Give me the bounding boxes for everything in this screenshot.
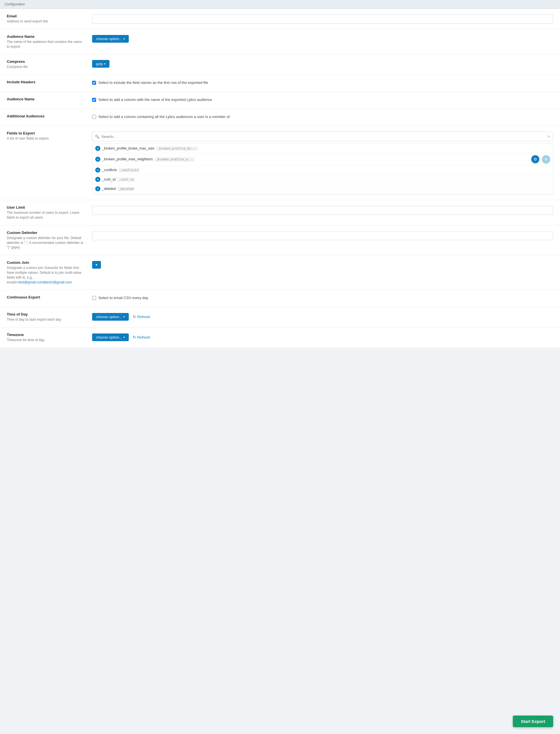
row-timezone: Timezone Timezone for time of day. choos… <box>0 327 560 348</box>
time-of-day-refresh-label: Refresh <box>137 315 150 319</box>
custom-join-dropdown[interactable]: ▾ <box>92 261 101 269</box>
control-additional-audiences: Select to add a column containing all th… <box>92 114 553 119</box>
include-headers-checkbox[interactable] <box>92 81 96 85</box>
label-time-of-day: Time of Day Time of day to start export … <box>7 312 92 322</box>
include-headers-checkbox-label[interactable]: Select to include the field names as the… <box>92 80 208 85</box>
search-input-wrapper: 🔍 ✕ <box>92 132 553 141</box>
control-include-headers: Select to include the field names as the… <box>92 80 553 85</box>
field-add-icon-0[interactable]: + <box>95 146 100 151</box>
user-limit-input[interactable] <box>92 206 553 215</box>
field-key-1: _broken_profile_p... <box>155 157 194 161</box>
field-item-0[interactable]: + _broken_profile_broke_max_size _broken… <box>92 144 553 153</box>
control-compress: gzip ▾ <box>92 59 553 68</box>
additional-audiences-text: Select to add a column containing all th… <box>98 115 230 119</box>
continuous-export-checkbox-label[interactable]: Select to email CSV every day <box>92 296 148 300</box>
label-title-audience-name: Audience Name <box>7 34 85 39</box>
compress-dropdown-label: gzip <box>96 62 103 66</box>
field-item-3[interactable]: + _cust_sz _cust_sz <box>92 175 553 184</box>
custom-join-link[interactable]: test@gmail.com&test2@gmail.com <box>19 280 72 284</box>
timezone-refresh-button[interactable]: ↻ Refresh <box>132 333 152 341</box>
label-desc-time-of-day: Time of day to start export each day <box>7 317 85 322</box>
control-custom-delimiter <box>92 231 553 240</box>
label-desc-fields-to-export: A list of user fields to export. <box>7 136 85 141</box>
time-of-day-dropdown[interactable]: choose option... ▾ <box>92 313 129 321</box>
field-item-5[interactable]: + _internal_sz _internal_sz <box>92 194 553 195</box>
include-headers-text: Select to include the field names as the… <box>98 80 208 85</box>
additional-audiences-checkbox-label[interactable]: Select to add a column containing all th… <box>92 115 230 119</box>
timezone-dropdown[interactable]: choose option... ▾ <box>92 333 129 341</box>
control-email <box>92 14 553 24</box>
field-item-2[interactable]: + _conflicts _conflicts <box>92 165 553 175</box>
chevron-down-icon: ▾ <box>123 336 125 339</box>
field-item-1[interactable]: + _broken_profile_max_neighbors _broken_… <box>92 153 553 165</box>
config-container: Email Address to send export link Audien… <box>0 9 560 348</box>
custom-delimiter-input[interactable] <box>92 231 553 240</box>
compress-dropdown[interactable]: gzip ▾ <box>92 60 109 68</box>
time-of-day-dropdown-label: choose option... <box>96 315 122 319</box>
row-additional-audiences: Additional Audiences Select to add a col… <box>0 109 560 126</box>
fields-list[interactable]: + _broken_profile_broke_max_size _broken… <box>92 144 553 195</box>
label-user-limit: User Limit The maximum number of users t… <box>7 205 92 220</box>
field-add-icon-4[interactable]: + <box>95 186 100 191</box>
row-audience-name: Audience Name The name of the audience t… <box>0 29 560 55</box>
fields-area: 🔍 ✕ + _broken_profile_broke_max_size _br… <box>92 132 553 195</box>
time-of-day-refresh-button[interactable]: ↻ Refresh <box>132 313 152 321</box>
label-custom-delimiter: Custom Delimiter Designate a custom deli… <box>7 231 92 250</box>
field-name-3: _cust_sz <box>102 177 116 181</box>
continuous-export-checkbox[interactable] <box>92 296 96 300</box>
row-compress: Compress Compress file gzip ▾ <box>0 54 560 75</box>
field-add-icon-2[interactable]: + <box>95 167 100 173</box>
chevron-down-icon: ▾ <box>96 263 98 267</box>
row-continuous-export: Continuous Export Select to email CSV ev… <box>0 290 560 307</box>
field-add-icon-1[interactable]: + <box>95 157 100 162</box>
control-fields-to-export: 🔍 ✕ + _broken_profile_broke_max_size _br… <box>92 131 553 195</box>
control-timezone: choose option... ▾ ↻ Refresh <box>92 333 553 341</box>
control-custom-join: ▾ <box>92 260 553 269</box>
label-title-custom-join: Custom Join <box>7 260 85 265</box>
label-fields-to-export: Fields to Export A list of user fields t… <box>7 131 92 141</box>
label-compress: Compress Compress file <box>7 59 92 69</box>
field-key-0: _broken_profile_br... <box>156 146 198 151</box>
email-input[interactable] <box>92 14 553 24</box>
label-timezone: Timezone Timezone for time of day. <box>7 333 92 343</box>
label-audience-name-col: Audience Name <box>7 97 92 102</box>
continuous-export-text: Select to email CSV every day <box>98 296 148 300</box>
page-header: Configuration <box>0 0 560 9</box>
chevron-down-icon: ▾ <box>123 315 125 318</box>
label-desc-custom-join: Designate a custom join character for fi… <box>7 266 85 285</box>
label-additional-audiences: Additional Audiences <box>7 114 92 119</box>
label-title-continuous-export: Continuous Export <box>7 295 85 299</box>
clear-icon[interactable]: ✕ <box>547 134 550 139</box>
field-name-2: _conflicts <box>102 168 117 172</box>
row-custom-join: Custom Join Designate a custom join char… <box>0 255 560 290</box>
row-time-of-day: Time of Day Time of day to start export … <box>0 307 560 327</box>
label-title-audience-name-col: Audience Name <box>7 97 85 101</box>
audience-name-col-checkbox[interactable] <box>92 98 96 102</box>
audience-name-col-checkbox-label[interactable]: Select to add a column with the name of … <box>92 98 212 102</box>
row-fields-to-export: Fields to Export A list of user fields t… <box>0 126 560 200</box>
label-continuous-export: Continuous Export <box>7 295 92 300</box>
timezone-dropdown-label: choose option... <box>96 335 122 339</box>
toggle-btn-active[interactable]: ⚙ <box>531 155 539 163</box>
control-audience-name: choose option... ▾ <box>92 34 553 43</box>
chevron-down-icon: ▾ <box>123 37 125 40</box>
field-add-icon-3[interactable]: + <box>95 177 100 182</box>
field-name-4: _deleted <box>102 187 116 191</box>
additional-audiences-checkbox[interactable] <box>92 115 96 119</box>
refresh-icon: ↻ <box>133 314 136 319</box>
label-title-time-of-day: Time of Day <box>7 312 85 316</box>
row-custom-delimiter: Custom Delimiter Designate a custom deli… <box>0 225 560 255</box>
fields-search-input[interactable] <box>92 132 553 141</box>
label-desc-audience-name: The name of the audience that contains t… <box>7 40 85 49</box>
toggle-btn-inactive: ⚙ <box>542 155 550 163</box>
label-title-user-limit: User Limit <box>7 205 85 210</box>
audience-name-dropdown-label: choose option... <box>96 37 122 41</box>
control-time-of-day: choose option... ▾ ↻ Refresh <box>92 312 553 321</box>
field-name-1: _broken_profile_max_neighbors <box>102 157 153 161</box>
label-title-email: Email <box>7 14 85 18</box>
field-item-4[interactable]: + _deleted _deleted <box>92 184 553 194</box>
audience-name-dropdown[interactable]: choose option... ▾ <box>92 35 129 43</box>
control-user-limit <box>92 205 553 215</box>
field-key-2: _conflicts <box>119 168 140 172</box>
refresh-icon: ↻ <box>133 335 136 339</box>
